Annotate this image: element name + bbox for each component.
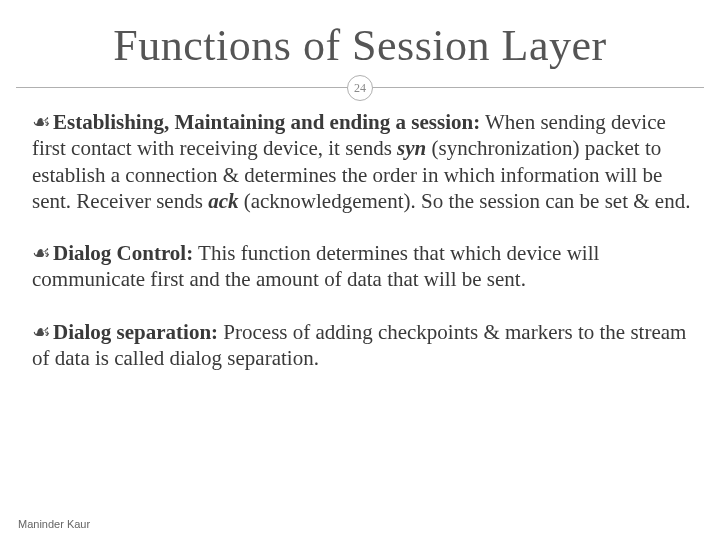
author-label: Maninder Kaur <box>18 518 90 530</box>
bullet-item: ☙Dialog separation: Process of adding ch… <box>32 319 692 372</box>
bullet-item: ☙Dialog Control: This function determine… <box>32 240 692 293</box>
slide-title: Functions of Session Layer <box>0 0 720 71</box>
page-number-badge: 24 <box>347 75 373 101</box>
emphasis-syn: syn <box>397 136 426 160</box>
bullet-heading: Dialog separation: <box>53 320 218 344</box>
emphasis-ack: ack <box>208 189 238 213</box>
bullet-icon: ☙ <box>32 241 51 265</box>
bullet-heading: Dialog Control: <box>53 241 193 265</box>
slide: Functions of Session Layer 24 ☙Establish… <box>0 0 720 540</box>
bullet-item: ☙Establishing, Maintaining and ending a … <box>32 109 692 214</box>
divider-row: 24 <box>0 73 720 103</box>
content-area: ☙Establishing, Maintaining and ending a … <box>0 103 720 371</box>
bullet-icon: ☙ <box>32 110 51 134</box>
bullet-text: (acknowledgement). So the session can be… <box>238 189 690 213</box>
bullet-heading: Establishing, Maintaining and ending a s… <box>53 110 480 134</box>
bullet-icon: ☙ <box>32 320 51 344</box>
